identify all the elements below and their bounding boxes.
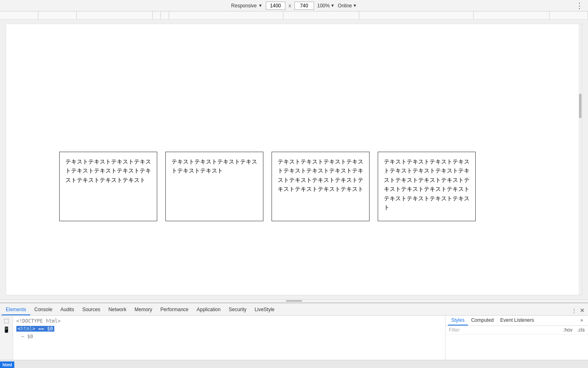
card-1-text: テキストテキストテキストテキストテキストテキストテキストテキストテキストテキスト… xyxy=(65,158,151,183)
responsive-toolbar: Responsive ▼ x 100% ▼ Online ▼ ⋮ xyxy=(0,0,588,11)
dom-line-html[interactable]: <html> == $0 xyxy=(16,325,442,333)
html-badge-text: html xyxy=(2,362,12,367)
tab-network[interactable]: Network xyxy=(104,305,130,315)
ruler-bar xyxy=(0,11,588,20)
ruler-seg-4 xyxy=(153,11,161,19)
styles-filter-row: Filter :hov .cls xyxy=(445,326,588,334)
ruler-seg-3 xyxy=(77,11,153,19)
ruler-seg-6 xyxy=(169,11,283,19)
dimension-separator: x xyxy=(289,3,291,9)
ruler-seg-7 xyxy=(283,11,360,19)
card-4-text: テキストテキストテキストテキストテキストテキストテキストテキストテキストテキスト… xyxy=(384,158,470,211)
tab-sources[interactable]: Sources xyxy=(78,305,104,315)
hov-pseudo[interactable]: :hov xyxy=(563,327,572,333)
devtools-panel: Elements Console Audits Sources Network … xyxy=(0,303,588,368)
card-2-text: テキストテキストテキストテキストテキストテキスト xyxy=(172,158,257,174)
responsive-label: Responsive xyxy=(231,3,257,9)
cls-pseudo[interactable]: .cls xyxy=(577,327,585,333)
devtools-tabs-row: Elements Console Audits Sources Network … xyxy=(0,303,588,316)
ruler-seg-2 xyxy=(38,11,77,19)
filter-placeholder: Filter xyxy=(449,327,460,333)
width-input[interactable] xyxy=(266,2,285,10)
dom-tree: <!DOCTYPE html> <html> == $0 — $0 xyxy=(13,316,445,360)
devtools-left-icons: ⬚ 📱 xyxy=(0,316,13,360)
height-input[interactable] xyxy=(294,2,314,10)
tab-elements[interactable]: Elements xyxy=(2,305,30,315)
card-2: テキストテキストテキストテキストテキストテキスト xyxy=(165,152,263,221)
cards-container: テキストテキストテキストテキストテキストテキストテキストテキストテキストテキスト… xyxy=(59,152,476,221)
devtools-close-icon[interactable]: ✕ xyxy=(580,307,585,314)
ruler-seg-9 xyxy=(474,11,550,19)
ruler-seg-1 xyxy=(0,11,38,19)
card-1: テキストテキストテキストテキストテキストテキストテキストテキストテキストテキスト… xyxy=(59,152,157,221)
devtools-separator[interactable] xyxy=(0,299,588,303)
html-element-selected: <html> == $0 xyxy=(16,326,54,332)
inspect-icon[interactable]: ⬚ xyxy=(4,317,9,324)
styles-tab-event-listeners[interactable]: Event Listeners xyxy=(497,316,537,325)
toolbar-more-button[interactable]: ⋮ xyxy=(576,2,583,9)
tab-memory[interactable]: Memory xyxy=(130,305,156,315)
tab-livestyle[interactable]: LiveStyle xyxy=(251,305,279,315)
online-dropdown-icon[interactable]: ▼ xyxy=(353,3,357,8)
preview-scrollbar[interactable] xyxy=(579,24,582,295)
styles-tab-computed[interactable]: Computed xyxy=(468,316,497,325)
zoom-dropdown-icon[interactable]: ▼ xyxy=(330,3,334,8)
devtools-main-row: ⬚ 📱 <!DOCTYPE html> <html> == $0 — $0 St… xyxy=(0,316,588,360)
online-label: Online xyxy=(338,3,352,9)
ruler-seg-8 xyxy=(359,11,473,19)
zoom-label: 100% xyxy=(317,3,330,9)
styles-panel-tabs: Styles Computed Event Listeners » xyxy=(445,316,588,326)
dom-breadcrumb: html xyxy=(0,360,588,368)
doctype-text: <!DOCTYPE html> xyxy=(16,318,60,324)
styles-panel: Styles Computed Event Listeners » Filter… xyxy=(445,316,588,360)
tab-application[interactable]: Application xyxy=(193,305,225,315)
browser-preview: テキストテキストテキストテキストテキストテキストテキストテキストテキストテキスト… xyxy=(0,20,588,299)
tab-performance[interactable]: Performance xyxy=(156,305,193,315)
tab-console[interactable]: Console xyxy=(30,305,56,315)
tab-security[interactable]: Security xyxy=(225,305,250,315)
responsive-control[interactable]: Responsive ▼ xyxy=(231,3,263,9)
preview-area: テキストテキストテキストテキストテキストテキストテキストテキストテキストテキスト… xyxy=(6,24,582,295)
scrollbar-thumb xyxy=(579,94,581,118)
dom-line-body: — $0 xyxy=(16,333,442,341)
ruler-seg-5 xyxy=(161,11,169,19)
zoom-control[interactable]: 100% ▼ xyxy=(317,3,335,9)
card-4: テキストテキストテキストテキストテキストテキストテキストテキストテキストテキスト… xyxy=(378,152,476,221)
devtools-tab-more-icon[interactable]: ⋮ xyxy=(572,308,577,314)
separator-handle xyxy=(286,300,302,302)
styles-tab-styles[interactable]: Styles xyxy=(448,316,468,325)
tab-audits[interactable]: Audits xyxy=(56,305,78,315)
device-icon[interactable]: 📱 xyxy=(3,326,10,333)
styles-tabs-more-icon[interactable]: » xyxy=(578,316,586,325)
online-control[interactable]: Online ▼ xyxy=(338,3,357,9)
responsive-dropdown-icon[interactable]: ▼ xyxy=(258,3,263,8)
card-3: テキストテキストテキストテキストテキストテキストテキストテキストテキストテキスト… xyxy=(272,152,370,221)
ruler-seg-10 xyxy=(550,11,588,19)
dom-line-doctype: <!DOCTYPE html> xyxy=(16,317,442,325)
card-3-text: テキストテキストテキストテキストテキストテキストテキストテキストテキストテキスト… xyxy=(278,158,363,192)
full-layout: Responsive ▼ x 100% ▼ Online ▼ ⋮ xyxy=(0,0,588,368)
html-badge[interactable]: html xyxy=(0,361,14,368)
